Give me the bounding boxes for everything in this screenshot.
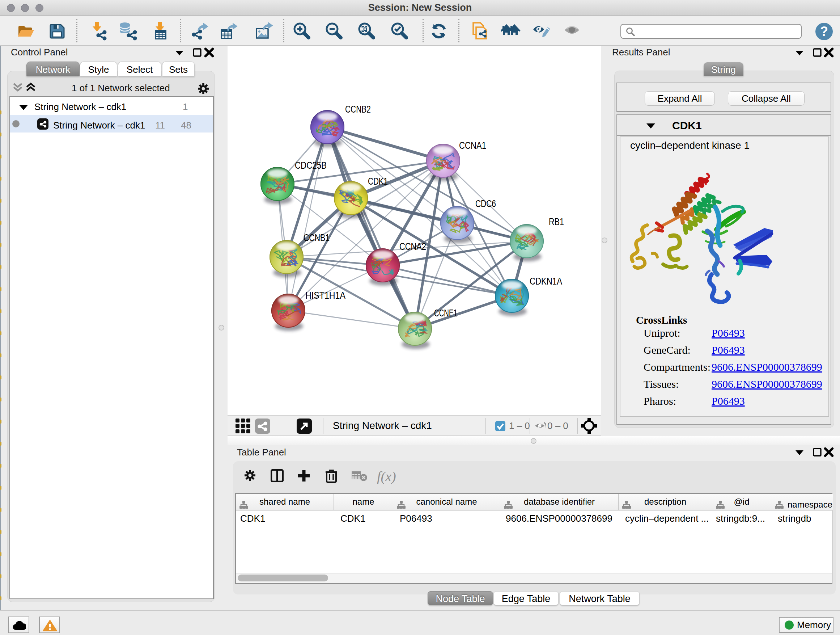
svg-text:CDC25B: CDC25B [295, 160, 327, 171]
svg-text:CCNA1: CCNA1 [459, 140, 486, 151]
svg-text:CDKN1A: CDKN1A [530, 276, 562, 287]
svg-text:CCNB2: CCNB2 [345, 104, 371, 115]
svg-text:CCNA2: CCNA2 [399, 241, 426, 252]
svg-text:RB1: RB1 [549, 217, 564, 227]
svg-text:HIST1H1A: HIST1H1A [305, 290, 346, 301]
svg-text:CDK1: CDK1 [368, 176, 388, 187]
svg-text:?: ? [820, 24, 828, 39]
svg-text:CCNB1: CCNB1 [303, 233, 330, 243]
svg-text:CCNE1: CCNE1 [434, 308, 457, 318]
svg-text:CDC6: CDC6 [475, 198, 496, 209]
